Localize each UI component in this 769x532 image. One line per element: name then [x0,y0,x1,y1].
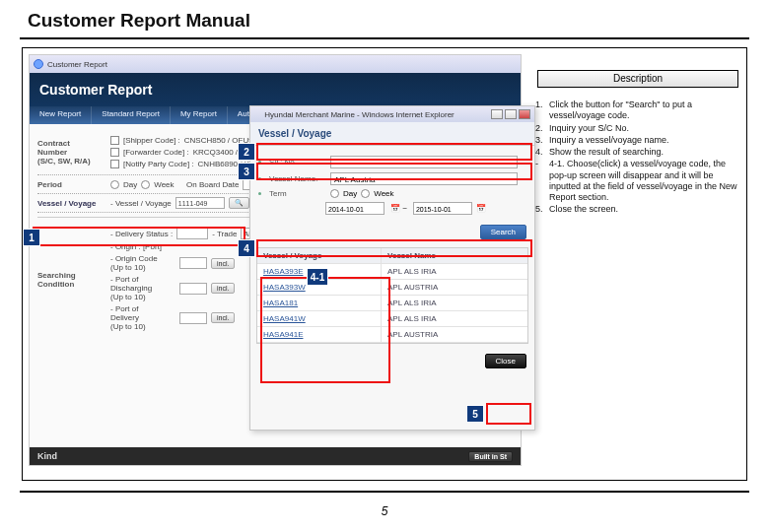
period-week: Week [154,180,174,189]
popup-window-title: Hyundai Merchant Marine - Windows Intern… [264,110,454,119]
callout-5: 5 [466,405,484,423]
window-controls [491,109,530,119]
popup-footer: Close [250,348,534,368]
desc-item: 3.Inquiry a vessel/voyage name. [535,135,740,146]
vessel-name-cell: APL ALS IRIA [382,296,527,311]
popup-search-area: Search [250,225,534,243]
table-row[interactable]: HASA181 APL ALS IRIA [257,296,527,311]
grid-header: Vessel / Voyage Vessel Name [257,248,527,264]
trade-label: - Trade [212,230,237,238]
vessel-name-cell: APL AUSTRIA [382,280,527,296]
period-from-label: On Board Date [186,180,239,189]
desc-item: 2.Inquiry your S/C No. [535,123,740,134]
close-icon[interactable] [519,109,530,119]
callout-2: 2 [238,143,255,161]
vessel-voyage-sub: - Vessel / Voyage [110,199,172,208]
minimize-icon[interactable] [491,109,503,119]
desc-item: 1.Click the button for "Search" to put a… [535,100,740,122]
grid-header-voyage: Vessel / Voyage [257,248,382,264]
dot-icon [258,192,261,195]
table-row[interactable]: HASA941E APL AUSTRIA [257,327,527,343]
bottom-rule [20,491,749,493]
term-label: Term [269,189,326,198]
searching-label: Searching Condition [37,271,106,289]
callout-4-1: 4-1 [307,268,328,286]
dot-icon [258,161,261,164]
term-week-radio[interactable] [361,189,370,198]
origin-code-input[interactable] [179,257,207,269]
term-week: Week [374,189,393,198]
delivery-label: - Port of Delivery (Up to 10) [110,304,175,331]
pod-label: - Port of Discharging (Up to 10) [110,275,175,301]
nav-standard-report[interactable]: Standard Report [92,106,171,124]
callout-4: 4 [238,239,255,257]
notify-check[interactable] [110,160,119,168]
callout-3: 3 [238,163,255,180]
notify-label: [Notify Party Code] : [123,160,194,168]
term-to-input[interactable]: 2015-10-01 [413,202,472,215]
description-body: 1.Click the button for "Search" to put a… [535,100,740,217]
popup-form: S/C No. Vessel Name. APL Austria Term Da… [250,146,534,225]
nav-my-report[interactable]: My Report [171,106,228,124]
contract-label: Contract Number (S/C, SW, R/A) [37,139,106,166]
ie-icon [254,110,262,118]
table-row[interactable]: HASA393W APL AUSTRIA [257,280,527,296]
nav-new-report[interactable]: New Report [30,106,92,124]
kind-bar: Kind Built in St [30,447,521,465]
vessel-name-cell: APL ALS IRIA [382,311,527,327]
term-from-input[interactable]: 2014-10-01 [325,202,384,215]
title-rule [20,37,749,39]
stage: Customer Report Customer Report New Repo… [22,47,747,481]
voyage-link[interactable]: HASA941E [257,327,382,343]
desc-item: -4-1. Choose(click) a vessel/voyage code… [535,159,740,203]
vessel-voyage-input[interactable]: 1111-049 [175,197,225,209]
app-window-title: Customer Report [47,60,107,69]
popup-window: Hyundai Merchant Marine - Windows Intern… [249,105,535,431]
vessel-name-cell: APL AUSTRIA [382,327,527,343]
term-day: Day [343,189,357,198]
vessel-search-button[interactable]: 🔍 [229,197,249,209]
pod-incl-button[interactable]: incl. [211,283,235,294]
popup-heading: Vessel / Voyage [250,122,534,146]
origin-code-label: - Origin Code (Up to 10) [110,254,175,272]
page-title: Customer Report Manual [0,0,769,35]
forwarder-check[interactable] [110,148,119,157]
page-number: 5 [0,504,769,518]
callout-1: 1 [23,229,40,246]
voyage-link[interactable]: HASA941W [257,311,382,327]
desc-item: 4.Show the result of searching. [535,147,740,158]
maximize-icon[interactable] [505,109,517,119]
desc-item: 5.Close the screen. [535,204,740,215]
period-day-radio[interactable] [110,180,119,189]
sc-input[interactable] [330,156,518,168]
search-button[interactable]: Search [480,225,526,239]
pod-input[interactable] [179,283,207,295]
table-row[interactable]: HASA393E APL ALS IRIA [257,264,527,280]
period-week-radio[interactable] [141,180,150,189]
period-day: Day [123,180,137,189]
vessel-name-cell: APL ALS IRIA [382,264,527,280]
term-day-radio[interactable] [330,189,339,198]
vessel-name-label: Vessel Name. [269,174,326,183]
origin-incl-button[interactable]: incl. [211,258,235,269]
popup-titlebar: Hyundai Merchant Marine - Windows Intern… [250,106,534,122]
table-row[interactable]: HASA941W APL ALS IRIA [257,311,527,327]
vessel-name-input[interactable]: APL Austria [330,172,518,185]
voyage-link[interactable]: HASA181 [257,296,382,311]
app-header: Customer Report [30,73,521,106]
forwarder-label: [Forwarder Code] : [123,148,189,157]
delivery-input[interactable] [179,312,207,324]
delivery-incl-button[interactable]: incl. [211,312,235,323]
dot-icon [258,177,261,180]
description-heading: Description [537,70,738,88]
shipper-label: [Shipper Code] : [123,136,180,145]
period-label: Period [37,180,106,189]
origin-label: - Origin : [Port] [110,242,162,251]
builtin-button[interactable]: Built in St [468,451,513,462]
sc-label: S/C No. [269,158,326,166]
close-button[interactable]: Close [485,354,526,368]
delivery-status-select[interactable] [176,228,208,239]
delivery-status-label: - Delivery Status : [110,230,173,238]
vessel-voyage-label: Vessel / Voyage [37,199,106,208]
shipper-check[interactable] [110,136,119,145]
